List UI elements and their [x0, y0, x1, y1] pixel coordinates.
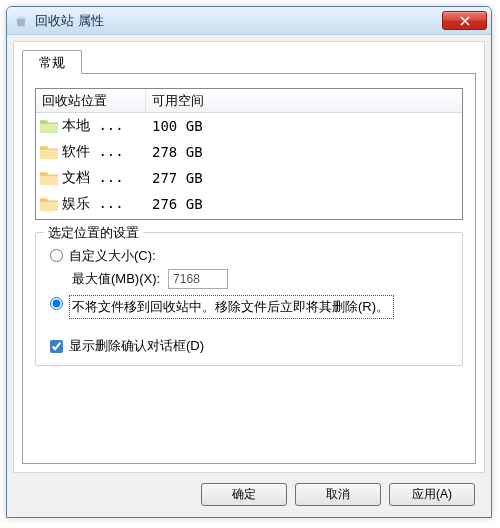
- groupbox-legend: 选定位置的设置: [44, 224, 143, 242]
- header-space[interactable]: 可用空间: [146, 89, 462, 112]
- listview-header: 回收站位置 可用空间: [36, 89, 462, 113]
- radio-no-move[interactable]: [50, 297, 63, 310]
- list-item[interactable]: 娱乐 ... 276 GB: [36, 191, 462, 217]
- radio-custom-size-label[interactable]: 自定义大小(C):: [69, 247, 156, 265]
- max-size-label: 最大值(MB)(X):: [72, 270, 160, 288]
- window-title: 回收站 属性: [35, 12, 442, 30]
- tab-general[interactable]: 常规: [22, 50, 82, 74]
- close-icon: [460, 16, 470, 26]
- list-item[interactable]: 文档 ... 277 GB: [36, 165, 462, 191]
- button-bar: 确定 取消 应用(A): [13, 477, 485, 511]
- item-space: 100 GB: [146, 118, 203, 134]
- folder-icon: [40, 170, 58, 186]
- tab-strip: 常规: [22, 50, 82, 74]
- client-area: 常规 回收站位置 可用空间 本地 ... 100 GB 软件 ...: [13, 41, 485, 473]
- cancel-button[interactable]: 取消: [295, 483, 381, 506]
- item-space: 277 GB: [146, 170, 203, 186]
- confirm-delete-label[interactable]: 显示删除确认对话框(D): [69, 337, 204, 355]
- radio-custom-size[interactable]: [50, 249, 63, 262]
- item-name: 文档 ...: [62, 169, 146, 187]
- tab-panel: 回收站位置 可用空间 本地 ... 100 GB 软件 ... 278 GB: [22, 73, 476, 464]
- item-name: 娱乐 ...: [62, 195, 146, 213]
- item-name: 本地 ...: [62, 117, 146, 135]
- settings-groupbox: 选定位置的设置 自定义大小(C): 最大值(MB)(X): 不将文件移到回收站中…: [35, 232, 463, 366]
- max-size-input[interactable]: [168, 269, 228, 289]
- folder-icon: [40, 196, 58, 212]
- confirm-delete-row: 显示删除确认对话框(D): [46, 337, 452, 355]
- header-location[interactable]: 回收站位置: [36, 89, 146, 112]
- radio-no-move-label[interactable]: 不将文件移到回收站中。移除文件后立即将其删除(R)。: [69, 295, 394, 319]
- radio-no-move-text: 不将文件移到回收站中。移除文件后立即将其删除(R)。: [69, 295, 394, 319]
- dialog-window: 回收站 属性 常规 回收站位置 可用空间 本地 ... 100 GB: [6, 6, 492, 518]
- ok-button[interactable]: 确定: [201, 483, 287, 506]
- item-space: 276 GB: [146, 196, 203, 212]
- location-listview[interactable]: 回收站位置 可用空间 本地 ... 100 GB 软件 ... 278 GB: [35, 88, 463, 220]
- item-name: 软件 ...: [62, 143, 146, 161]
- listview-body: 本地 ... 100 GB 软件 ... 278 GB 文档 ... 277 G…: [36, 113, 462, 219]
- list-item[interactable]: 本地 ... 100 GB: [36, 113, 462, 139]
- apply-button[interactable]: 应用(A): [389, 483, 475, 506]
- folder-icon: [40, 144, 58, 160]
- titlebar: 回收站 属性: [7, 7, 491, 35]
- recycle-bin-icon: [13, 13, 29, 29]
- radio-custom-size-row: 自定义大小(C):: [46, 247, 452, 265]
- list-item[interactable]: 软件 ... 278 GB: [36, 139, 462, 165]
- item-space: 278 GB: [146, 144, 203, 160]
- close-button[interactable]: [442, 11, 487, 30]
- radio-no-move-row: 不将文件移到回收站中。移除文件后立即将其删除(R)。: [46, 295, 452, 319]
- folder-icon: [40, 118, 58, 134]
- confirm-delete-checkbox[interactable]: [50, 340, 63, 353]
- max-size-row: 最大值(MB)(X):: [72, 269, 452, 289]
